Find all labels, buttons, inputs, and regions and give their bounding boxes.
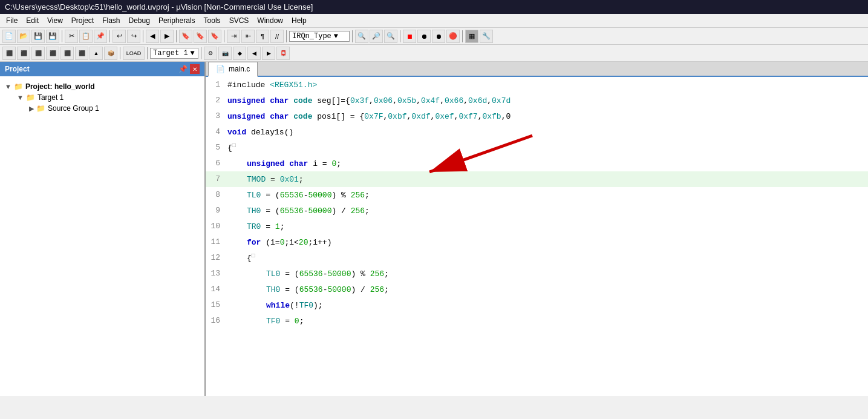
toolbar2: ⬛ ⬛ ⬛ ⬛ ⬛ ⬛ ▲ 📦 LOAD Target 1 ▼ ⚙ 📷 ◆ ◀ … [0,45,868,62]
code-line-10: 10 TR0 = 1; [206,219,868,234]
t2-load-btn[interactable]: LOAD [123,47,145,60]
menu-debug[interactable]: Debug [125,15,154,26]
nav-fwd-btn[interactable]: ▶ [160,30,174,43]
target-dropdown[interactable]: IRQn_Type ▼ [289,31,350,42]
tab-bar: 📄 main.c [206,62,868,77]
title-bar: C:\Users\yecss\Desktop\c51\hello_world.u… [0,0,868,14]
toolbar1: 📄 📂 💾 💾 ✂ 📋 📌 ↩ ↪ ◀ ▶ 🔖 🔖 🔖 ⇥ ⇤ ¶ // IRQ… [0,28,868,45]
line-num-15: 15 [206,297,227,313]
save-all-btn[interactable]: 💾 [46,30,59,43]
format-btn[interactable]: ¶ [256,30,269,43]
target1-label: Target 1 [153,49,188,58]
indent-btn[interactable]: ⇥ [227,30,240,43]
menu-help[interactable]: Help [288,15,310,26]
undo-btn[interactable]: ↩ [113,30,126,43]
code-line-11: 11 for (i=0;i<20;i++) [206,234,868,250]
code-line-7: 7 TMOD = 0x01; [206,171,868,187]
find2-btn[interactable]: 🔎 [370,30,383,43]
menu-peripherals[interactable]: Peripherals [155,15,199,26]
t2-btn7[interactable]: ▲ [90,47,103,60]
t2-btn1[interactable]: ⬛ [2,47,16,60]
line-num-3: 3 [206,108,227,124]
t2-btn5[interactable]: ⬛ [60,47,74,60]
source-expand-icon: ▶ [29,105,34,113]
project-root-item[interactable]: ▼ 📁 Project: hello_world [5,81,200,92]
menu-edit[interactable]: Edit [22,15,42,26]
target-dropdown-arrow: ▼ [334,32,338,41]
sep4 [176,30,177,42]
open-btn[interactable]: 📂 [17,30,30,43]
build-view-btn[interactable]: ▦ [465,30,478,43]
copy-btn[interactable]: 📋 [79,30,93,43]
t2-extra4[interactable]: ◀ [247,47,261,60]
code-line-8: 8 TL0 = (65536-50000) % 256; [206,187,868,203]
redo-btn[interactable]: ↪ [127,30,140,43]
t2-btn8[interactable]: 📦 [104,47,117,60]
bookmark-btn[interactable]: 🔖 [179,30,192,43]
line-num-8: 8 [206,187,227,203]
code-line-14: 14 TH0 = (65536-50000) / 256; [206,282,868,297]
sep11 [147,47,148,59]
editor-wrapper: 📄 main.c 1 #include <REGX51.h> 2 unsigne… [206,62,868,396]
sep5 [224,30,224,42]
line-num-5: 5 [206,140,227,156]
t2-extra3[interactable]: ◆ [233,47,246,60]
t2-btn3[interactable]: ⬛ [31,47,45,60]
menu-flash[interactable]: Flash [99,15,123,26]
t2-extra5[interactable]: ▶ [262,47,275,60]
target1-label: Target 1 [38,93,64,102]
target1-item[interactable]: ▼ 📁 Target 1 [17,92,200,103]
t2-btn4[interactable]: ⬛ [46,47,59,60]
next-bookmark-btn[interactable]: 🔖 [208,30,221,43]
sep1 [62,30,62,42]
target1-dropdown[interactable]: Target 1 ▼ [150,48,198,59]
debug-stop-btn[interactable]: ⏹ [403,30,416,43]
t2-extra1[interactable]: ⚙ [204,47,217,60]
t2-extra6[interactable]: 📮 [276,47,290,60]
sidebar-content: ▼ 📁 Project: hello_world ▼ 📁 Target 1 ▶ … [0,76,204,119]
code-line-5: 5 {□ [206,140,868,156]
prev-bookmark-btn[interactable]: 🔖 [194,30,207,43]
source-group-item[interactable]: ▶ 📁 Source Group 1 [29,103,200,114]
debug4-btn[interactable]: 🔴 [446,30,460,43]
t2-extra2[interactable]: 📷 [218,47,232,60]
unindent-btn[interactable]: ⇤ [241,30,255,43]
debug3-btn[interactable]: ⏺ [432,30,445,43]
sidebar-close-btn[interactable]: ✕ [190,64,200,74]
menu-window[interactable]: Window [253,15,287,26]
sep2 [109,30,110,42]
t2-btn6[interactable]: ⬛ [75,47,88,60]
code-line-6: 6 unsigned char i = 0; [206,156,868,171]
sidebar-header: Project 📌 ✕ [0,62,204,76]
target-dropdown-label: IRQn_Type [292,32,331,41]
menu-file[interactable]: File [2,15,21,26]
sep6 [286,30,287,42]
comment-btn[interactable]: // [270,30,284,43]
nav-back-btn[interactable]: ◀ [146,30,159,43]
menu-project[interactable]: Project [68,15,97,26]
sidebar: Project 📌 ✕ ▼ 📁 Project: hello_world ▼ 📁… [0,62,206,396]
main-area: Project 📌 ✕ ▼ 📁 Project: hello_world ▼ 📁… [0,62,868,396]
line-num-6: 6 [206,156,227,171]
code-line-16: 16 TF0 = 0; [206,313,868,329]
menu-tools[interactable]: Tools [200,15,224,26]
search-btn[interactable]: 🔍 [384,30,397,43]
cut-btn[interactable]: ✂ [65,30,78,43]
line-num-7: 7 [206,171,227,187]
menu-svcs[interactable]: SVCS [226,15,253,26]
code-line-1: 1 #include <REGX51.h> [206,77,868,93]
paste-btn[interactable]: 📌 [94,30,107,43]
source-group-label: Source Group 1 [48,104,99,113]
tools-btn[interactable]: 🔧 [480,30,493,43]
debug-run-btn[interactable]: ⏺ [417,30,431,43]
sidebar-pin-icon[interactable]: 📌 [178,65,188,73]
tab-label: main.c [229,65,250,73]
code-editor[interactable]: 1 #include <REGX51.h> 2 unsigned char co… [206,77,868,396]
tab-main-c[interactable]: 📄 main.c [208,62,258,77]
new-file-btn[interactable]: 📄 [2,30,16,43]
find-btn[interactable]: 🔍 [355,30,368,43]
save-btn[interactable]: 💾 [31,30,45,43]
sep12 [201,47,201,59]
t2-btn2[interactable]: ⬛ [17,47,30,60]
menu-view[interactable]: View [44,15,67,26]
